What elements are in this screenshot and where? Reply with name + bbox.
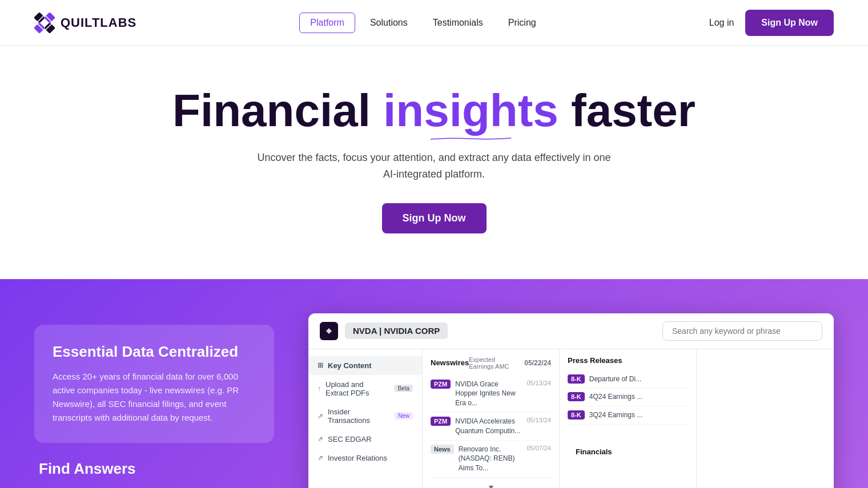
earnings-date: 05/22/24 [524,359,551,367]
sidebar-item-label-4: Investor Relations [328,454,387,462]
grid-icon: ⊞ [318,361,323,369]
navbar: QUILTLABS Platform Solutions Testimonial… [0,0,868,46]
upload-icon: ↑ [318,385,321,393]
nav-right: Log in Sign Up Now [709,10,834,36]
sidebar-item-label-0: Key Content [328,361,372,370]
external-link-icon-2: ⇗ [318,454,323,462]
badge-pzm-0: PZM [431,380,451,389]
badge-8k-0: 8-K [568,374,585,384]
press-text-1: 4Q24 Earnings ... [589,392,688,402]
sidebar-item-label-1: Upload and Extract PDFs [326,380,387,397]
features-section: Essential Data Centralized Access 20+ ye… [0,279,868,488]
app-content: Newswires Expected Earnings AMC 05/22/24… [423,349,834,488]
newswires-label: Newswires [431,358,469,367]
app-body: ⊞ Key Content ↑ Upload and Extract PDFs … [308,349,834,488]
press-row-0: 8-K Departure of Di... [568,370,688,389]
feature-card-2: Find Answers [34,460,274,478]
svg-rect-1 [44,13,55,23]
content-grid: Newswires Expected Earnings AMC 05/22/24… [423,349,834,488]
app-sidebar: ⊞ Key Content ↑ Upload and Extract PDFs … [308,349,423,488]
app-header: NVDA | NVIDIA CORP [308,313,834,349]
external-link-icon: ⇗ [318,435,323,443]
earnings-label: Expected Earnings AMC [469,356,521,370]
app-logo-icon [324,326,334,336]
hero-title-start: Financial [172,85,383,136]
newswires-row-1: PZM NVIDIA Accelerates Quantum Computin.… [431,413,551,441]
app-search-input[interactable] [662,321,822,341]
newswires-col: Newswires Expected Earnings AMC 05/22/24… [423,349,560,488]
hero-title-end: faster [558,85,696,136]
badge-pzm-1: PZM [431,417,451,426]
chevron-down-icon: ▾ [489,482,493,488]
app-logo [320,322,338,340]
hero-subtitle: Uncover the facts, focus your attention,… [23,150,845,183]
sidebar-item-key-content[interactable]: ⊞ Key Content [308,356,422,375]
press-releases-header: Press Releases [568,356,688,365]
badge-8k-1: 8-K [568,392,585,401]
newswires-header: Newswires Expected Earnings AMC 05/22/24 [431,356,551,370]
newswires-row-2: News Renovaro Inc. (NASDAQ: RENB) Aims T… [431,441,551,478]
insider-badge: New [395,412,413,420]
nav-testimonials[interactable]: Testimonials [423,13,493,33]
financials-label: Financials [568,442,688,459]
nav-solutions[interactable]: Solutions [360,13,418,33]
overflow-col [697,349,834,488]
press-row-2: 8-K 3Q24 Earnings ... [568,406,688,425]
badge-news-0: News [431,445,454,454]
sidebar-item-label-3: SEC EDGAR [328,435,372,443]
newswires-date-2: 05/07/24 [527,445,551,451]
hero-title: Financial insights faster [23,86,845,136]
brand-name: QUILTLABS [61,15,136,30]
feature-card-1-body: Access 20+ years of financial data for o… [53,370,256,425]
feature-card-1: Essential Data Centralized Access 20+ ye… [34,325,274,443]
app-header-left: NVDA | NVIDIA CORP [320,322,448,340]
feature-card-1-title: Essential Data Centralized [53,343,256,361]
svg-rect-3 [44,22,55,33]
newswires-date-0: 05/13/24 [527,380,551,386]
sidebar-item-label-2: Insider Transactions [328,408,388,425]
newswires-text-2: Renovaro Inc. (NASDAQ: RENB) Aims To... [459,445,522,473]
newswires-date-1: 05/13/24 [527,417,551,424]
sidebar-item-upload[interactable]: ↑ Upload and Extract PDFs Beta [308,375,422,402]
newswires-text-0: NVIDIA Grace Hopper Ignites New Era o... [455,380,522,408]
nav-platform[interactable]: Platform [299,13,355,33]
hero-section: Financial insights faster Uncover the fa… [0,46,868,279]
press-releases-col: Press Releases 8-K Departure of Di... 8-… [560,349,697,488]
nav-pricing[interactable]: Pricing [498,13,546,33]
expand-newswires[interactable]: ▾ [431,478,551,488]
sidebar-item-sec[interactable]: ⇗ SEC EDGAR [308,430,422,449]
feature-card-2-title: Find Answers [39,460,274,478]
logo-icon [34,13,55,33]
newswires-text-1: NVIDIA Accelerates Quantum Computin... [455,417,522,436]
logo[interactable]: QUILTLABS [34,13,136,33]
hero-title-highlight: insights [383,86,558,136]
sidebar-item-insider[interactable]: ⇗ Insider Transactions New [308,402,422,430]
signup-button[interactable]: Sign Up Now [745,10,834,36]
app-screenshot: NVDA | NVIDIA CORP ⊞ Key Content ↑ Uploa… [308,313,834,488]
app-ticker: NVDA | NVIDIA CORP [345,322,448,339]
sidebar-item-ir[interactable]: ⇗ Investor Relations [308,449,422,467]
press-row-1: 8-K 4Q24 Earnings ... [568,388,688,406]
press-text-2: 3Q24 Earnings ... [589,410,688,420]
badge-8k-2: 8-K [568,410,585,420]
login-button[interactable]: Log in [709,18,734,28]
svg-rect-0 [34,13,45,23]
svg-rect-2 [34,22,45,33]
nav-links: Platform Solutions Testimonials Pricing [299,13,546,33]
press-text-0: Departure of Di... [589,374,688,384]
newswires-row-0: PZM NVIDIA Grace Hopper Ignites New Era … [431,376,551,413]
press-releases-label: Press Releases [568,356,622,365]
link-icon: ⇗ [318,412,323,420]
upload-badge: Beta [394,385,413,392]
hero-cta-button[interactable]: Sign Up Now [382,203,487,233]
